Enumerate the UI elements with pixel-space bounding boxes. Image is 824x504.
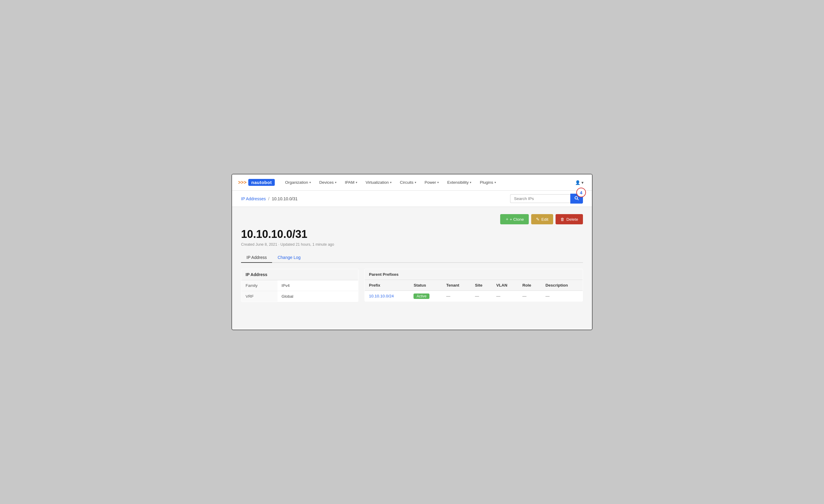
description-cell: — — [541, 291, 583, 301]
nav-circuits[interactable]: Circuits ▾ — [397, 178, 419, 186]
brand-arrows: >>> — [238, 180, 246, 185]
left-table: IP Address Family IPv4 VRF Global — [241, 269, 358, 302]
table-row: VRF Global — [241, 291, 358, 302]
svg-point-0 — [575, 197, 578, 199]
field-family-label: Family — [241, 280, 278, 291]
tables-row: IP Address Family IPv4 VRF Global — [241, 269, 583, 302]
breadcrumb: IP Addresses / 10.10.10.0/31 — [241, 197, 298, 201]
edit-button[interactable]: ✎ Edit — [531, 214, 553, 224]
chevron-down-icon: ▾ — [390, 181, 392, 184]
breadcrumb-link-ip-addresses[interactable]: IP Addresses — [241, 197, 266, 201]
table-row: Family IPv4 — [241, 280, 358, 291]
parent-prefixes-table: Parent Prefixes Prefix Status Tenant Sit… — [365, 269, 583, 301]
chevron-down-icon: ▾ — [495, 181, 496, 184]
chevron-down-icon: ▾ — [335, 181, 336, 184]
brand: >>> nautobot — [238, 179, 275, 186]
tabs: IP Address Change Log — [241, 253, 583, 263]
field-vrf-label: VRF — [241, 291, 278, 302]
search-area: 4 — [510, 194, 583, 204]
status-cell: Active — [409, 291, 442, 301]
field-family-value: IPv4 — [278, 280, 358, 291]
brand-name[interactable]: nautobot — [248, 179, 275, 186]
nav-virtualization[interactable]: Virtualization ▾ — [363, 178, 395, 186]
chevron-down-icon: ▾ — [582, 180, 584, 185]
chevron-down-icon: ▾ — [437, 181, 439, 184]
status-badge: Active — [413, 293, 429, 299]
breadcrumb-current: 10.10.10.0/31 — [272, 197, 298, 201]
col-vlan: VLAN — [492, 280, 518, 291]
right-table-header: Parent Prefixes — [365, 269, 583, 280]
annotation-number-4: 4 — [576, 187, 586, 197]
nav-power[interactable]: Power ▾ — [422, 178, 442, 186]
page-meta: Created June 8, 2021 · Updated 21 hours,… — [241, 242, 583, 247]
col-prefix: Prefix — [365, 280, 410, 291]
tab-ip-address[interactable]: IP Address — [241, 253, 272, 263]
search-icon — [574, 196, 579, 202]
nav-devices[interactable]: Devices ▾ — [316, 178, 339, 186]
chevron-down-icon: ▾ — [356, 181, 357, 184]
role-cell: — — [518, 291, 541, 301]
delete-icon: 🗑 — [560, 217, 564, 222]
breadcrumb-bar: IP Addresses / 10.10.10.0/31 4 — [232, 191, 592, 207]
ip-address-table: IP Address Family IPv4 VRF Global — [241, 269, 358, 302]
col-status: Status — [409, 280, 442, 291]
nav-ipam[interactable]: IPAM ▾ — [342, 178, 360, 186]
action-buttons: ＋ + Clone ✎ Edit 🗑 Delete — [241, 214, 583, 224]
tab-change-log[interactable]: Change Log — [272, 253, 306, 263]
navbar: >>> nautobot Organization ▾ Devices ▾ IP… — [232, 174, 592, 191]
nav-organization[interactable]: Organization ▾ — [282, 178, 314, 186]
col-description: Description — [541, 280, 583, 291]
nav-plugins[interactable]: Plugins ▾ — [477, 178, 499, 186]
right-table: Parent Prefixes Prefix Status Tenant Sit… — [365, 269, 583, 301]
col-tenant: Tenant — [442, 280, 471, 291]
col-site: Site — [471, 280, 492, 291]
edit-icon: ✎ — [536, 217, 540, 222]
page-title: 10.10.10.0/31 — [241, 228, 583, 241]
col-role: Role — [518, 280, 541, 291]
clone-button[interactable]: ＋ + Clone — [500, 214, 529, 224]
vlan-cell: — — [492, 291, 518, 301]
table-row: 10.10.10.0/24 Active — — — — — — [365, 291, 583, 301]
user-menu[interactable]: 👤 ▾ — [573, 179, 586, 186]
navbar-right: 👤 ▾ — [573, 179, 586, 186]
nav-extensibility[interactable]: Extensibility ▾ — [444, 178, 474, 186]
chevron-down-icon: ▾ — [415, 181, 416, 184]
app-frame: >>> nautobot Organization ▾ Devices ▾ IP… — [231, 174, 593, 330]
tenant-cell: — — [442, 291, 471, 301]
svg-line-1 — [577, 199, 579, 200]
clone-icon: ＋ — [505, 217, 509, 222]
search-input[interactable] — [510, 194, 570, 203]
breadcrumb-separator: / — [268, 197, 269, 201]
field-vrf-value: Global — [278, 291, 358, 302]
main-content: IP Addresses / 10.10.10.0/31 4 — [232, 191, 592, 329]
user-icon: 👤 — [575, 180, 580, 185]
chevron-down-icon: ▾ — [309, 181, 311, 184]
delete-button[interactable]: 🗑 Delete — [555, 214, 583, 224]
site-cell: — — [471, 291, 492, 301]
prefix-link[interactable]: 10.10.10.0/24 — [369, 294, 394, 298]
chevron-down-icon: ▾ — [470, 181, 471, 184]
left-table-header: IP Address — [241, 269, 358, 280]
